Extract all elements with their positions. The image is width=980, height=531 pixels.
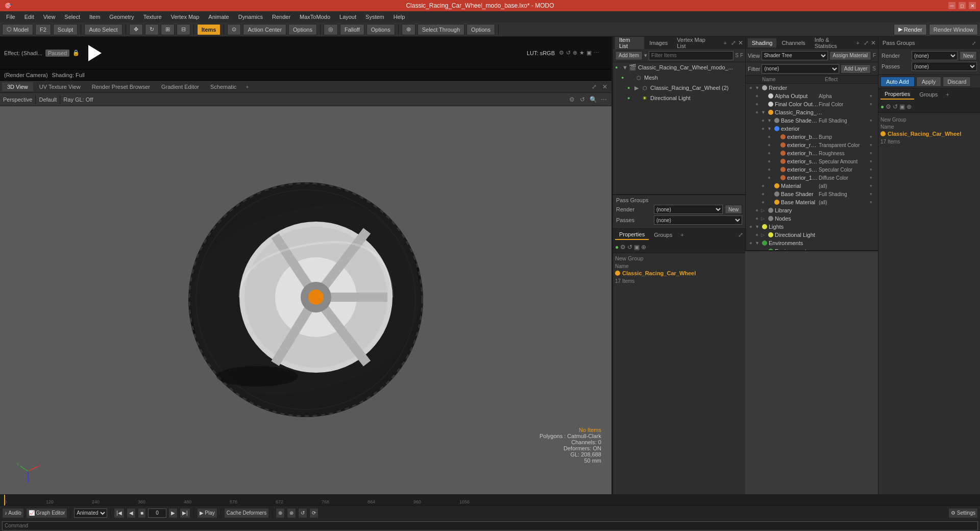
shader-effect-dropdown[interactable]: ▾ [870, 134, 876, 139]
preview-icon-4[interactable]: ★ [579, 50, 584, 56]
preview-play-button[interactable] [84, 43, 104, 63]
add-item-button[interactable]: Add Item [615, 51, 643, 60]
prop-expand-icon[interactable]: ⤢ [738, 231, 743, 238]
shader-tree-row[interactable]: ● ▼ Environments [746, 239, 878, 247]
shader-effect-dropdown[interactable]: ▾ [870, 142, 876, 148]
view-select[interactable]: Shader Tree [762, 51, 828, 60]
shader-S-button[interactable]: S [872, 66, 876, 71]
menu-vertex-map[interactable]: Vertex Map [167, 13, 204, 21]
preview-icon-6[interactable]: ⋯ [594, 50, 599, 56]
shader-effect-dropdown[interactable]: ▾ [870, 118, 876, 123]
tab-vertex-map-list[interactable]: Vertex Map List [673, 37, 719, 51]
action-center-options[interactable]: Options [288, 24, 317, 35]
passes-select[interactable]: (none) [654, 215, 742, 225]
select-through-button[interactable]: Select Through [418, 24, 464, 35]
far-tab-groups[interactable]: Groups [915, 90, 942, 99]
menu-item[interactable]: Item [85, 13, 104, 21]
play-button[interactable]: ▶ Play [197, 508, 217, 518]
animated-select[interactable]: Animated [74, 509, 107, 518]
tab-uv-texture[interactable]: UV Texture View [34, 82, 86, 91]
tree-item-mesh[interactable]: ● ⬡ Mesh [619, 73, 745, 83]
falloff-button[interactable]: Falloff [340, 24, 364, 35]
shader-tree-row[interactable]: ● exterior_hilight_glossin... Roughness … [746, 149, 878, 157]
vis-mesh[interactable]: ● [621, 75, 628, 80]
shader-vis-icon[interactable]: ● [760, 199, 766, 205]
shader-vis-icon[interactable]: ● [766, 158, 772, 164]
action-center-button[interactable]: Action Center [243, 24, 286, 35]
vp-toolbar-icon-2[interactable]: ↺ [578, 95, 587, 104]
shader-vis-icon[interactable]: ● [754, 215, 760, 222]
tab-shading[interactable]: Shading [748, 38, 776, 47]
shader-tree-row[interactable]: ● exterior_bump [Image] Bump ▾ [746, 133, 878, 141]
menu-select[interactable]: Select [60, 13, 84, 21]
menu-animate[interactable]: Animate [204, 13, 233, 21]
shader-vis-icon[interactable]: ● [766, 150, 772, 156]
item-list-expand-icon[interactable]: ⤢ [731, 39, 736, 46]
shader-vis-icon[interactable]: ● [760, 191, 766, 197]
far-prop-icon-3[interactable]: ↺ [893, 103, 898, 110]
far-prop-icon-5[interactable]: ⊕ [906, 103, 912, 110]
shader-effect-dropdown[interactable]: ▾ [870, 191, 876, 197]
prop-icon-1[interactable]: ● [615, 244, 619, 251]
graph-editor-button[interactable]: 📈 Graph Editor [26, 508, 67, 518]
shader-effect-dropdown[interactable]: ▾ [870, 175, 876, 180]
vp-toolbar-icon-4[interactable]: ⋯ [599, 95, 608, 104]
tl-icon-2[interactable]: ⊗ [287, 508, 296, 518]
shader-tree-row[interactable]: ● Material (all) ▾ [746, 182, 878, 190]
prop-icon-2[interactable]: ⚙ [620, 244, 626, 251]
shader-tree-row[interactable]: ● ▷ Directional Light [746, 231, 878, 239]
render-window-button[interactable]: Render Window [929, 24, 978, 35]
shader-tree-row[interactable]: ● ▼ Lights [746, 223, 878, 231]
command-input[interactable] [2, 521, 978, 530]
menu-view[interactable]: View [39, 13, 60, 21]
shader-tree-row[interactable]: ● ▼ Render [746, 84, 878, 92]
shader-tree-row[interactable]: ● ▷ Nodes [746, 214, 878, 223]
shader-effect-dropdown[interactable]: ▾ [870, 159, 876, 164]
menu-file[interactable]: File [2, 13, 19, 21]
vp-icon-close[interactable]: ✕ [600, 82, 609, 91]
shader-vis-icon[interactable]: ● [760, 183, 766, 189]
shader-effect-dropdown[interactable]: ▾ [870, 183, 876, 188]
menu-layout[interactable]: Layout [335, 13, 360, 21]
falloff-options[interactable]: Options [366, 24, 395, 35]
cache-deformers-button[interactable]: Cache Deformers [224, 508, 269, 518]
far-prop-icon-1[interactable]: ● [880, 103, 884, 110]
preview-icon-1[interactable]: ⚙ [559, 50, 564, 56]
timeline-ruler[interactable]: 0 120 240 360 480 576 672 768 864 960 10… [0, 494, 980, 505]
far-prop-icon-2[interactable]: ⚙ [886, 103, 891, 110]
vp-toolbar-icon-1[interactable]: ⚙ [567, 95, 576, 104]
sculpt-button[interactable]: Sculpt [53, 24, 78, 35]
far-new-button[interactable]: New [960, 51, 977, 60]
shader-vis-icon[interactable]: ● [754, 101, 760, 107]
shader-F-button[interactable]: F [873, 53, 876, 58]
shader-vis-icon[interactable]: ● [754, 109, 760, 115]
tool-scale[interactable]: ⊞ [161, 24, 175, 35]
tree-item-light[interactable]: ● ☀ Directional Light [625, 93, 745, 103]
far-right-expand[interactable]: ⤢ [972, 40, 976, 46]
prop-tab-add[interactable]: + [677, 230, 687, 239]
shader-vis-icon[interactable]: ● [766, 134, 772, 140]
shader-tree-row[interactable]: ● ▼ Base Shader (2) Full Shading ▾ [746, 116, 878, 125]
vis-wheel[interactable]: ● [627, 85, 634, 90]
far-prop-icon-4[interactable]: ▣ [899, 103, 905, 110]
viewport-3d[interactable]: X Y Z No Items Polygons : Catmull-Clark … [0, 106, 611, 494]
shader-effect-dropdown[interactable]: ▾ [870, 102, 876, 107]
tab-gradient-editor[interactable]: Gradient Editor [156, 82, 204, 91]
auto-add-button[interactable]: Auto Add [880, 77, 915, 87]
add-item-dropdown[interactable]: ▾ [644, 52, 647, 59]
shader-expand-icon[interactable]: ⤢ [864, 39, 869, 46]
shader-tree-row[interactable]: ● Base Material (all) ▾ [746, 198, 878, 206]
prop-icon-4[interactable]: ▣ [634, 244, 640, 251]
shader-tree-row[interactable]: ● exterior_specular_2 (... Specular Amou… [746, 157, 878, 165]
add-layer-button[interactable]: Add Layer [841, 64, 871, 74]
shader-tree-row[interactable]: ● ▼ exterior [746, 125, 878, 133]
item-list-close-icon[interactable]: ✕ [738, 39, 743, 46]
shader-vis-icon[interactable]: ● [766, 142, 772, 148]
tool-transform[interactable]: ⊟ [177, 24, 190, 35]
close-button[interactable]: ✕ [969, 2, 976, 9]
discard-button[interactable]: Discard [943, 77, 971, 87]
far-tab-properties[interactable]: Properties [880, 89, 914, 100]
menu-geometry[interactable]: Geometry [105, 13, 138, 21]
tool-move[interactable]: ✥ [129, 24, 143, 35]
preview-icon-3[interactable]: ⊕ [573, 50, 577, 56]
